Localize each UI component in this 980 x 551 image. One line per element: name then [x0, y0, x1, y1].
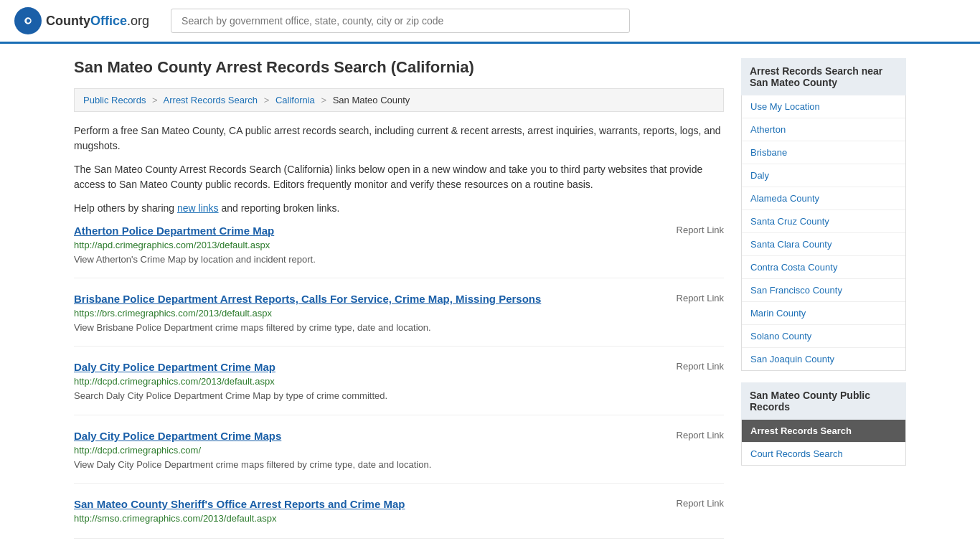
record-desc-2: Search Daly City Police Department Crime…: [74, 390, 724, 402]
main-wrapper: San Mateo County Arrest Records Search (…: [60, 44, 920, 551]
sidebar-link-alameda[interactable]: Alameda County: [742, 187, 905, 209]
record-desc-0: View Atherton's Crime Map by location an…: [74, 253, 724, 266]
record-item-4: San Mateo County Sheriff's Office Arrest…: [74, 498, 724, 539]
sidebar-link-marin[interactable]: Marin County: [742, 302, 905, 324]
record-header-2: Daly City Police Department Crime Map Re…: [74, 361, 724, 373]
sidebar-nearby-header: Arrest Records Search near San Mateo Cou…: [741, 58, 906, 95]
description-para3-prefix: Help others by sharing: [74, 202, 177, 214]
sidebar-public-records-section: San Mateo County Public Records Arrest R…: [741, 382, 906, 466]
breadcrumb-sep-1: >: [152, 95, 158, 105]
records-list: Atherton Police Department Crime Map Rep…: [74, 225, 724, 539]
logo-text: CountyOffice.org: [46, 14, 149, 29]
content: San Mateo County Arrest Records Search (…: [74, 58, 724, 551]
report-link-4[interactable]: Report Link: [677, 498, 724, 509]
sidebar-item-santa-cruz[interactable]: Santa Cruz County: [742, 210, 905, 233]
search-bar[interactable]: [171, 9, 630, 33]
record-item-2: Daly City Police Department Crime Map Re…: [74, 361, 724, 415]
sidebar-link-contra-costa[interactable]: Contra Costa County: [742, 256, 905, 278]
description-para3-suffix: and reporting broken links.: [219, 202, 340, 214]
breadcrumb-public-records[interactable]: Public Records: [83, 95, 146, 105]
record-header-1: Brisbane Police Department Arrest Report…: [74, 293, 724, 305]
record-item-1: Brisbane Police Department Arrest Report…: [74, 293, 724, 347]
sidebar-link-santa-clara[interactable]: Santa Clara County: [742, 233, 905, 255]
sidebar-nearby-section: Arrest Records Search near San Mateo Cou…: [741, 58, 906, 371]
sidebar-item-solano[interactable]: Solano County: [742, 325, 905, 348]
sidebar: Arrest Records Search near San Mateo Cou…: [741, 58, 906, 551]
sidebar-use-location[interactable]: Use My Location: [742, 95, 905, 118]
sidebar-public-court-records[interactable]: Court Records Search: [742, 443, 905, 465]
sidebar-link-brisbane[interactable]: Brisbane: [742, 141, 905, 164]
record-header-3: Daly City Police Department Crime Maps R…: [74, 430, 724, 442]
sidebar-link-san-francisco[interactable]: San Francisco County: [742, 279, 905, 301]
header: C CountyOffice.org: [0, 0, 980, 44]
new-links-link[interactable]: new links: [177, 202, 219, 214]
record-title-4[interactable]: San Mateo County Sheriff's Office Arrest…: [74, 498, 405, 510]
sidebar-item-brisbane[interactable]: Brisbane: [742, 141, 905, 164]
sidebar-nearby-list: Use My Location Atherton Brisbane Daly A…: [741, 95, 906, 371]
sidebar-item-san-joaquin[interactable]: San Joaquin County: [742, 348, 905, 370]
record-header-0: Atherton Police Department Crime Map Rep…: [74, 225, 724, 237]
breadcrumb: Public Records > Arrest Records Search >…: [74, 88, 724, 112]
page-title: San Mateo County Arrest Records Search (…: [74, 58, 724, 77]
description-para2: The San Mateo County Arrest Records Sear…: [74, 162, 724, 192]
description-para1: Perform a free San Mateo County, CA publ…: [74, 123, 724, 154]
sidebar-link-solano[interactable]: Solano County: [742, 325, 905, 347]
record-title-0[interactable]: Atherton Police Department Crime Map: [74, 225, 274, 237]
record-url-3: http://dcpd.crimegraphics.com/: [74, 445, 724, 456]
description-para3: Help others by sharing new links and rep…: [74, 201, 724, 216]
record-item-0: Atherton Police Department Crime Map Rep…: [74, 225, 724, 278]
sidebar-public-link-court[interactable]: Court Records Search: [742, 443, 905, 465]
breadcrumb-california[interactable]: California: [275, 95, 315, 105]
logo-icon: C: [14, 7, 42, 34]
breadcrumb-sep-2: >: [264, 95, 270, 105]
record-header-4: San Mateo County Sheriff's Office Arrest…: [74, 498, 724, 510]
sidebar-link-san-joaquin[interactable]: San Joaquin County: [742, 348, 905, 370]
record-url-4: http://smso.crimegraphics.com/2013/defau…: [74, 513, 724, 524]
report-link-2[interactable]: Report Link: [677, 361, 724, 372]
sidebar-item-san-francisco[interactable]: San Francisco County: [742, 279, 905, 302]
record-url-1: https://brs.crimegraphics.com/2013/defau…: [74, 308, 724, 319]
sidebar-item-santa-clara[interactable]: Santa Clara County: [742, 233, 905, 256]
sidebar-item-contra-costa[interactable]: Contra Costa County: [742, 256, 905, 279]
record-title-1[interactable]: Brisbane Police Department Arrest Report…: [74, 293, 541, 305]
sidebar-public-arrest-records[interactable]: Arrest Records Search: [742, 420, 905, 443]
record-title-3[interactable]: Daly City Police Department Crime Maps: [74, 430, 281, 442]
search-input[interactable]: [171, 9, 630, 33]
sidebar-item-alameda[interactable]: Alameda County: [742, 187, 905, 210]
logo-area[interactable]: C CountyOffice.org: [14, 7, 149, 34]
record-desc-1: View Brisbane Police Department crime ma…: [74, 321, 724, 334]
sidebar-public-link-arrest[interactable]: Arrest Records Search: [742, 420, 905, 442]
sidebar-public-list: Arrest Records Search Court Records Sear…: [741, 420, 906, 466]
sidebar-link-santa-cruz[interactable]: Santa Cruz County: [742, 210, 905, 232]
report-link-1[interactable]: Report Link: [677, 293, 724, 303]
record-desc-3: View Daly City Police Department crime m…: [74, 458, 724, 471]
record-item-3: Daly City Police Department Crime Maps R…: [74, 430, 724, 484]
record-title-2[interactable]: Daly City Police Department Crime Map: [74, 361, 275, 373]
sidebar-link-daly[interactable]: Daly: [742, 164, 905, 187]
record-url-2: http://dcpd.crimegraphics.com/2013/defau…: [74, 376, 724, 387]
breadcrumb-sep-3: >: [321, 95, 326, 105]
sidebar-public-records-header: San Mateo County Public Records: [741, 382, 906, 420]
sidebar-item-daly[interactable]: Daly: [742, 164, 905, 187]
record-url-0: http://apd.crimegraphics.com/2013/defaul…: [74, 240, 724, 250]
sidebar-item-atherton[interactable]: Atherton: [742, 118, 905, 141]
sidebar-link-atherton[interactable]: Atherton: [742, 118, 905, 141]
report-link-0[interactable]: Report Link: [677, 225, 724, 235]
use-my-location-link[interactable]: Use My Location: [742, 95, 905, 118]
sidebar-item-marin[interactable]: Marin County: [742, 302, 905, 325]
breadcrumb-current: San Mateo County: [333, 95, 410, 105]
breadcrumb-arrest-records[interactable]: Arrest Records Search: [164, 95, 258, 105]
report-link-3[interactable]: Report Link: [677, 430, 724, 441]
